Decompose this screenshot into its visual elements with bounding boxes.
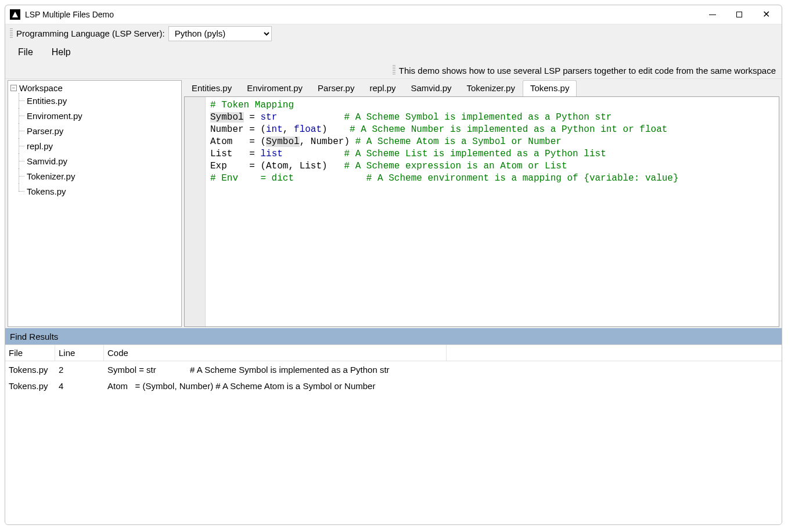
code-editor[interactable]: # Token MappingSymbol = str # A Scheme S… [184, 96, 779, 327]
tree-file-item[interactable]: Parser.py [15, 123, 179, 138]
tab-entities-py[interactable]: Entities.py [184, 80, 239, 96]
tree-file-item[interactable]: Tokenizer.py [15, 168, 179, 184]
language-select[interactable]: Python (pyls) [168, 26, 272, 41]
tree-file-item[interactable]: repl.py [15, 138, 179, 153]
tab-parser-py[interactable]: Parser.py [310, 80, 362, 96]
find-col-code[interactable]: Code [104, 345, 447, 361]
editor-tabs: Entities.pyEnviroment.pyParser.pyrepl.py… [184, 80, 779, 96]
tree-root-label[interactable]: Workspace [19, 83, 63, 93]
workspace-tree[interactable]: − Workspace Entities.pyEnviroment.pyPars… [8, 80, 182, 327]
editor-area: Entities.pyEnviroment.pyParser.pyrepl.py… [184, 80, 779, 327]
find-col-file[interactable]: File [5, 345, 55, 361]
tab-repl-py[interactable]: repl.py [362, 80, 403, 96]
menu-help[interactable]: Help [42, 45, 80, 60]
titlebar: LSP Multiple Files Demo ✕ [5, 5, 782, 24]
tree-file-item[interactable]: Enviroment.py [15, 108, 179, 123]
find-result-row[interactable]: Tokens.py2Symbol = str # A Scheme Symbol… [5, 361, 782, 378]
tree-file-item[interactable]: Tokens.py [15, 184, 179, 199]
tab-samvid-py[interactable]: Samvid.py [403, 80, 459, 96]
menu-file[interactable]: File [9, 45, 42, 60]
tab-enviroment-py[interactable]: Enviroment.py [239, 80, 310, 96]
maximize-button[interactable] [726, 6, 753, 23]
app-icon [10, 9, 20, 20]
find-result-row[interactable]: Tokens.py4Atom = (Symbol, Number) # A Sc… [5, 378, 782, 394]
minimize-button[interactable] [699, 6, 726, 23]
tree-file-item[interactable]: Samvid.py [15, 153, 179, 168]
window-title: LSP Multiple Files Demo [25, 10, 114, 19]
find-col-line[interactable]: Line [55, 345, 104, 361]
language-label: Programming Language (LSP Server): [16, 28, 165, 38]
info-grip-icon [393, 65, 395, 76]
toolbar: Programming Language (LSP Server): Pytho… [5, 24, 782, 42]
info-text: This demo shows how to use several LSP p… [399, 66, 776, 76]
tab-tokens-py[interactable]: Tokens.py [523, 80, 577, 96]
toolbar-grip-icon [10, 28, 13, 39]
editor-gutter [185, 97, 206, 326]
tab-tokenizer-py[interactable]: Tokenizer.py [459, 80, 523, 96]
app-window: LSP Multiple Files Demo ✕ Programming La… [5, 5, 782, 525]
find-panel: Find Results File Line Code Tokens.py2Sy… [5, 328, 782, 524]
menubar: File Help [5, 42, 782, 62]
find-results-table[interactable]: File Line Code Tokens.py2Symbol = str # … [5, 344, 782, 524]
close-button[interactable]: ✕ [753, 6, 779, 23]
tree-file-item[interactable]: Entities.py [15, 93, 179, 108]
info-row: This demo shows how to use several LSP p… [5, 62, 782, 78]
tree-toggle-icon[interactable]: − [10, 85, 17, 91]
code-area[interactable]: # Token MappingSymbol = str # A Scheme S… [206, 97, 679, 326]
find-header: Find Results [5, 328, 782, 344]
main-split: − Workspace Entities.pyEnviroment.pyPars… [5, 78, 782, 328]
